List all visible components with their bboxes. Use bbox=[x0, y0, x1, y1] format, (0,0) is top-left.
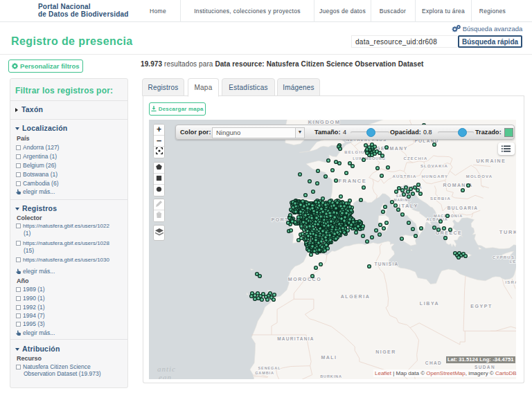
svg-text:ITALY: ITALY bbox=[399, 203, 418, 209]
svg-text:ean: ean bbox=[159, 373, 172, 379]
svg-text:ISRAEL: ISRAEL bbox=[505, 280, 516, 284]
svg-text:FRANCE: FRANCE bbox=[339, 178, 367, 184]
svg-text:SENEGAL: SENEGAL bbox=[258, 366, 281, 370]
svg-text:UKRAINE: UKRAINE bbox=[476, 158, 506, 163]
svg-text:CZECHIA: CZECHIA bbox=[403, 156, 427, 161]
svg-text:MOLDOVA: MOLDOVA bbox=[466, 174, 493, 179]
svg-text:GAMBIA: GAMBIA bbox=[255, 371, 274, 375]
svg-text:LIBYA: LIBYA bbox=[420, 301, 439, 306]
svg-text:ALGERIA: ALGERIA bbox=[341, 294, 371, 299]
svg-text:GERMANY: GERMANY bbox=[376, 146, 408, 151]
svg-text:SLOVAKIA: SLOVAKIA bbox=[420, 164, 448, 168]
svg-text:TURKEY: TURKEY bbox=[499, 229, 516, 235]
svg-text:EGYPT: EGYPT bbox=[470, 304, 493, 309]
svg-text:MOROCCO: MOROCCO bbox=[288, 277, 322, 282]
svg-text:TUNISIA: TUNISIA bbox=[374, 262, 398, 266]
svg-text:AUSTRIA: AUSTRIA bbox=[392, 174, 416, 179]
svg-text:BULGARIA: BULGARIA bbox=[447, 205, 479, 210]
svg-text:LEBAN: LEBAN bbox=[510, 259, 516, 264]
svg-text:MALI: MALI bbox=[321, 355, 337, 360]
svg-text:HUNGARY: HUNGARY bbox=[422, 174, 449, 179]
svg-text:ALBANIA: ALBANIA bbox=[426, 217, 447, 221]
svg-text:NIGER: NIGER bbox=[375, 349, 396, 354]
svg-text:antic: antic bbox=[157, 365, 176, 373]
svg-text:SUDAN: SUDAN bbox=[475, 365, 495, 369]
svg-text:CHAD: CHAD bbox=[425, 360, 442, 365]
svg-text:MAURITANIA: MAURITANIA bbox=[277, 336, 314, 341]
svg-text:SERBIA: SERBIA bbox=[430, 197, 451, 201]
svg-text:BURKINA: BURKINA bbox=[320, 374, 342, 378]
